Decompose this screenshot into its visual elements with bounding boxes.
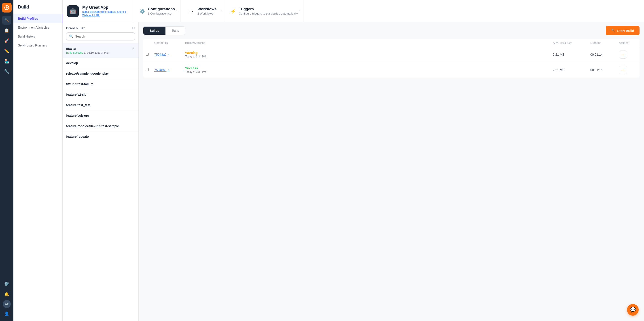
branch-item-develop[interactable]: develop [62,58,138,68]
branch-name-repeato: feature/repeato [66,135,89,138]
top-bar: 🤖 My Great App appcircleio/appcircle-sam… [62,0,644,22]
search-box: 🔍 [66,32,135,40]
triggers-nav[interactable]: ⚡ Triggers Configure triggers to start b… [225,0,304,22]
action-menu-2[interactable]: ··· [619,66,627,74]
branch-item-repeato[interactable]: feature/repeato [62,132,138,142]
test-icon[interactable]: 📋 [2,26,11,35]
branch-name-master: master [66,47,76,50]
build-table: Commit ID Builds/Statuses APK, AAB Size … [139,35,644,321]
sidebar-item-self-hosted[interactable]: Self-Hosted Runners [14,41,62,50]
user-icon[interactable]: 👤 [2,310,11,318]
commit-link-2[interactable]: 75048a0 ↗ [154,68,183,72]
user-avatar[interactable]: AT [3,300,11,308]
branch-search-input[interactable] [75,35,132,38]
build-status-time-2: Today at 3:32 PM [185,70,551,74]
build-size-1: 2.21 MB [553,53,588,56]
col-check [146,41,152,44]
external-link-icon-2: ↗ [168,69,170,72]
configurations-nav[interactable]: ⚙️ Configurations 1 Configuration set › [134,0,180,22]
branch-name-fix: fix/unit-test-failure [66,82,94,86]
sidebar-item-build-profiles[interactable]: Build Profiles [14,14,62,23]
branch-name-release: release/sample_google_play [66,72,109,75]
branch-item-v2sign[interactable]: feature/v2-sign [62,90,138,100]
branch-item-fix[interactable]: fix/unit-test-failure [62,79,138,90]
app-name: My Great App [82,5,126,10]
sidebar-item-build-history[interactable]: Build History [14,32,62,41]
checkbox-1[interactable] [146,53,149,56]
branch-name-develop: develop [66,61,78,65]
build-tabs-row: Builds Tests 🔨 Start Build [139,22,644,35]
settings-icon[interactable]: ⚙️ [2,280,11,288]
logo[interactable] [2,3,12,12]
wrench-icon: 🔨 [611,28,616,33]
workflows-label: Workflows [198,7,217,12]
deploy-icon[interactable]: 🚀 [2,36,11,45]
branch-item-suborg[interactable]: feature/sub-org [62,110,138,121]
branch-item-master[interactable]: master ★ Build Success at 03.10.2023 3:3… [62,43,138,58]
checkbox-2[interactable] [146,68,149,71]
tools-icon[interactable]: 🔧 [2,67,11,76]
branch-panel: Branch List ↻ 🔍 master ★ Build Success a… [62,22,139,321]
branch-star-master[interactable]: ★ [132,46,135,50]
sidebar: Build Build Profiles Environment Variabl… [14,0,62,321]
branch-name-robolectric: feature/robolectric-unit-test-sample [66,124,119,128]
workflows-sub: 2 Workflows [198,12,217,15]
triggers-sub: Configure triggers to start builds autom… [239,12,298,15]
branch-item-robolectric[interactable]: feature/robolectric-unit-test-sample [62,121,138,132]
build-status-2: Success [185,66,551,70]
branch-header: Branch List ↻ [62,22,138,32]
app-info: 🤖 My Great App appcircleio/appcircle-sam… [67,0,134,22]
table-row: 75048a0 ↗ Success Today at 3:32 PM 2.21 … [143,62,640,78]
sign-icon[interactable]: ✏️ [2,46,11,56]
table-row: 75048a0 ↗ Warning Today at 3:34 PM 2.21 … [143,47,640,62]
commit-link-1[interactable]: 75048a0 ↗ [154,53,183,56]
configurations-chevron: › [176,9,178,13]
branch-name-suborg: feature/sub-org [66,114,89,117]
chat-button[interactable]: 💬 [627,304,639,316]
main-content: 🤖 My Great App appcircleio/appcircle-sam… [62,0,644,321]
build-status-1: Warning [185,51,551,54]
app-icon: 🤖 [67,5,79,17]
branch-list: master ★ Build Success at 03.10.2023 3:3… [62,43,138,321]
branch-status-master: Build Success [66,51,83,54]
col-status: Builds/Statuses [185,41,551,44]
configurations-label: Configurations [148,7,175,12]
workflows-icon: ⋮⋮ [186,8,195,14]
build-status-time-1: Today at 3:34 PM [185,55,551,58]
row-checkbox-1[interactable] [146,52,152,56]
row-checkbox-2[interactable] [146,68,152,72]
external-link-icon-1: ↗ [168,53,170,56]
build-size-2: 2.21 MB [553,68,588,72]
store-icon[interactable]: 🏪 [2,57,11,66]
col-duration: Duration [590,41,617,44]
branch-name-v2sign: feature/v2-sign [66,93,88,96]
build-duration-1: 00:01:14 [590,53,617,56]
action-menu-1[interactable]: ··· [619,50,627,58]
triggers-icon: ⚡ [230,8,236,14]
bell-icon[interactable]: 🔔 [2,290,11,299]
icon-bar: 🔨 📋 🚀 ✏️ 🏪 🔧 ⚙️ 🔔 AT 👤 [0,0,14,321]
build-tabs: Builds Tests [143,26,185,35]
configurations-sub: 1 Configuration set [148,12,175,15]
branch-title: Branch List [66,26,85,30]
triggers-label: Triggers [239,7,298,12]
tab-tests[interactable]: Tests [166,26,185,35]
branch-name-testtest: feature/test_test [66,103,90,107]
app-repo-link[interactable]: appcircleio/appcircle-sample-android [82,10,126,14]
build-icon[interactable]: 🔨 [2,16,11,24]
col-actions: Actions [619,41,637,44]
configurations-icon: ⚙️ [140,8,145,14]
refresh-button[interactable]: ↻ [132,26,135,30]
workflows-nav[interactable]: ⋮⋮ Workflows 2 Workflows › [180,0,225,22]
branch-item-testtest[interactable]: feature/test_test [62,100,138,110]
start-build-button[interactable]: 🔨 Start Build [606,26,640,35]
table-header: Commit ID Builds/Statuses APK, AAB Size … [143,39,640,47]
branch-item-release[interactable]: release/sample_google_play [62,68,138,79]
triggers-chevron: › [299,9,300,13]
tab-builds[interactable]: Builds [143,26,166,35]
sidebar-item-env-vars[interactable]: Environment Variables [14,23,62,32]
sidebar-title: Build [14,4,62,14]
app-webhook-link[interactable]: Webhook URL [82,14,126,17]
branch-time-master: at 03.10.2023 3:34pm [84,51,110,54]
content-area: Branch List ↻ 🔍 master ★ Build Success a… [62,22,644,321]
